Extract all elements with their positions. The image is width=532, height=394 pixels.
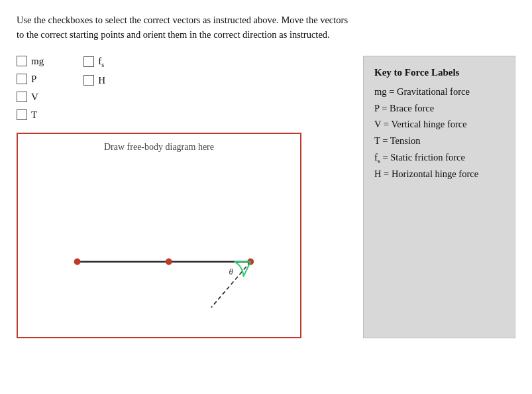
key-item-P: P = Brace force [374, 100, 504, 117]
checkbox-input-fs[interactable] [83, 56, 94, 67]
label-mg[interactable]: mg [31, 56, 44, 67]
theta-arc [235, 261, 244, 277]
label-V[interactable]: V [31, 92, 38, 103]
checkbox-input-V[interactable] [17, 92, 27, 102]
checkbox-V[interactable]: V [17, 92, 44, 103]
checkbox-input-mg[interactable] [17, 56, 27, 66]
key-item-fs: fs = Static friction force [374, 149, 504, 166]
instructions: Use the checkboxes to select the correct… [17, 13, 480, 42]
label-H[interactable]: H [98, 75, 105, 86]
checkbox-col-2: fs H [83, 56, 105, 121]
checkbox-mg[interactable]: mg [17, 56, 44, 67]
key-item-T: T = Tension [374, 133, 504, 149]
key-item-V: V = Vertical hinge force [374, 116, 504, 133]
label-T[interactable]: T [31, 109, 37, 121]
checkbox-T[interactable]: T [17, 109, 44, 121]
key-item-H: H = Horizontal hinge force [374, 166, 504, 182]
checkboxes-row: mg P V T fs [17, 56, 350, 121]
middle-dot [166, 258, 172, 265]
key-title: Key to Force Labels [374, 64, 504, 82]
diagram-svg: θ [18, 134, 300, 337]
label-fs[interactable]: fs [98, 56, 104, 68]
key-box: Key to Force Labels mg = Gravitational f… [363, 56, 515, 338]
checkbox-H[interactable]: H [83, 75, 105, 86]
checkbox-col-1: mg P V T [17, 56, 44, 121]
key-item-mg: mg = Gravitational force [374, 84, 504, 100]
checkbox-P[interactable]: P [17, 74, 44, 85]
checkbox-input-T[interactable] [17, 109, 27, 120]
left-panel: mg P V T fs [17, 56, 350, 338]
diagram-box: Draw free-body diagram here [17, 133, 301, 338]
left-dot [74, 258, 81, 265]
checkbox-input-H[interactable] [83, 75, 94, 86]
checkbox-fs[interactable]: fs [83, 56, 105, 68]
checkbox-input-P[interactable] [17, 74, 27, 84]
main-content: mg P V T fs [17, 56, 515, 338]
theta-label: θ [229, 267, 233, 277]
label-P[interactable]: P [31, 74, 36, 85]
